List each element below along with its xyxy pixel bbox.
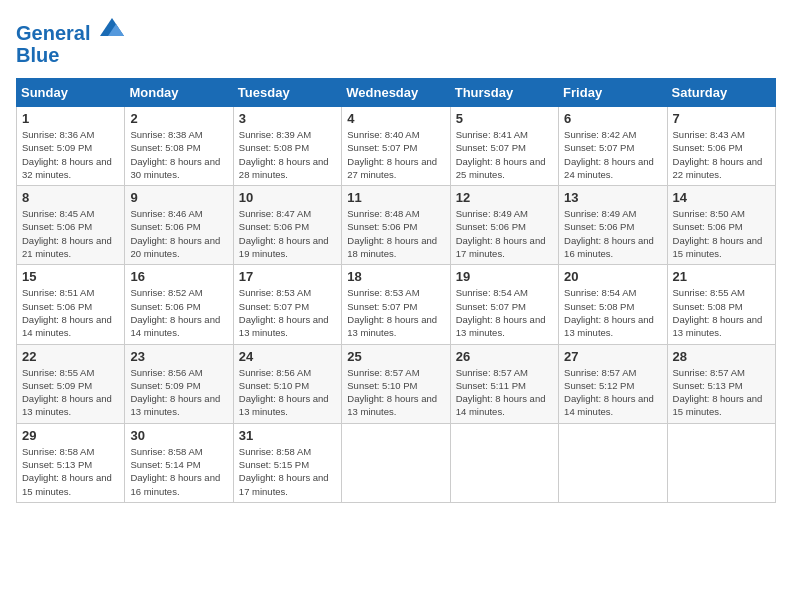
calendar-cell: 3 Sunrise: 8:39 AMSunset: 5:08 PMDayligh… (233, 107, 341, 186)
day-number: 18 (347, 269, 444, 284)
day-number: 16 (130, 269, 227, 284)
day-number: 11 (347, 190, 444, 205)
day-info: Sunrise: 8:58 AMSunset: 5:14 PMDaylight:… (130, 445, 227, 498)
logo: General Blue (16, 16, 126, 66)
day-number: 12 (456, 190, 553, 205)
day-number: 10 (239, 190, 336, 205)
calendar-week-row: 29 Sunrise: 8:58 AMSunset: 5:13 PMDaylig… (17, 423, 776, 502)
day-info: Sunrise: 8:57 AMSunset: 5:11 PMDaylight:… (456, 366, 553, 419)
calendar-cell: 10 Sunrise: 8:47 AMSunset: 5:06 PMDaylig… (233, 186, 341, 265)
calendar-cell: 13 Sunrise: 8:49 AMSunset: 5:06 PMDaylig… (559, 186, 667, 265)
day-info: Sunrise: 8:47 AMSunset: 5:06 PMDaylight:… (239, 207, 336, 260)
day-info: Sunrise: 8:54 AMSunset: 5:07 PMDaylight:… (456, 286, 553, 339)
day-number: 15 (22, 269, 119, 284)
day-info: Sunrise: 8:42 AMSunset: 5:07 PMDaylight:… (564, 128, 661, 181)
day-info: Sunrise: 8:50 AMSunset: 5:06 PMDaylight:… (673, 207, 770, 260)
calendar-cell: 15 Sunrise: 8:51 AMSunset: 5:06 PMDaylig… (17, 265, 125, 344)
day-info: Sunrise: 8:55 AMSunset: 5:09 PMDaylight:… (22, 366, 119, 419)
weekday-header-monday: Monday (125, 79, 233, 107)
calendar-cell: 17 Sunrise: 8:53 AMSunset: 5:07 PMDaylig… (233, 265, 341, 344)
weekday-header-friday: Friday (559, 79, 667, 107)
day-info: Sunrise: 8:51 AMSunset: 5:06 PMDaylight:… (22, 286, 119, 339)
calendar-cell (450, 423, 558, 502)
day-number: 19 (456, 269, 553, 284)
day-number: 7 (673, 111, 770, 126)
day-number: 23 (130, 349, 227, 364)
day-number: 28 (673, 349, 770, 364)
day-info: Sunrise: 8:46 AMSunset: 5:06 PMDaylight:… (130, 207, 227, 260)
day-info: Sunrise: 8:45 AMSunset: 5:06 PMDaylight:… (22, 207, 119, 260)
logo-blue: Blue (16, 44, 126, 66)
weekday-header-thursday: Thursday (450, 79, 558, 107)
calendar-cell: 28 Sunrise: 8:57 AMSunset: 5:13 PMDaylig… (667, 344, 775, 423)
calendar-cell (559, 423, 667, 502)
day-number: 2 (130, 111, 227, 126)
day-number: 29 (22, 428, 119, 443)
day-number: 5 (456, 111, 553, 126)
calendar-cell: 12 Sunrise: 8:49 AMSunset: 5:06 PMDaylig… (450, 186, 558, 265)
calendar-cell: 18 Sunrise: 8:53 AMSunset: 5:07 PMDaylig… (342, 265, 450, 344)
calendar-cell (667, 423, 775, 502)
day-number: 14 (673, 190, 770, 205)
logo-text: General (16, 16, 126, 44)
day-info: Sunrise: 8:55 AMSunset: 5:08 PMDaylight:… (673, 286, 770, 339)
day-info: Sunrise: 8:57 AMSunset: 5:12 PMDaylight:… (564, 366, 661, 419)
day-number: 4 (347, 111, 444, 126)
calendar-cell (342, 423, 450, 502)
weekday-header-sunday: Sunday (17, 79, 125, 107)
day-info: Sunrise: 8:57 AMSunset: 5:13 PMDaylight:… (673, 366, 770, 419)
calendar-cell: 16 Sunrise: 8:52 AMSunset: 5:06 PMDaylig… (125, 265, 233, 344)
calendar-cell: 23 Sunrise: 8:56 AMSunset: 5:09 PMDaylig… (125, 344, 233, 423)
day-number: 8 (22, 190, 119, 205)
day-number: 3 (239, 111, 336, 126)
calendar-cell: 11 Sunrise: 8:48 AMSunset: 5:06 PMDaylig… (342, 186, 450, 265)
calendar-cell: 2 Sunrise: 8:38 AMSunset: 5:08 PMDayligh… (125, 107, 233, 186)
calendar-cell: 26 Sunrise: 8:57 AMSunset: 5:11 PMDaylig… (450, 344, 558, 423)
day-number: 9 (130, 190, 227, 205)
page-container: General Blue SundayMondayTuesdayWednesda… (0, 0, 792, 511)
day-info: Sunrise: 8:40 AMSunset: 5:07 PMDaylight:… (347, 128, 444, 181)
day-info: Sunrise: 8:48 AMSunset: 5:06 PMDaylight:… (347, 207, 444, 260)
calendar-week-row: 15 Sunrise: 8:51 AMSunset: 5:06 PMDaylig… (17, 265, 776, 344)
day-info: Sunrise: 8:52 AMSunset: 5:06 PMDaylight:… (130, 286, 227, 339)
calendar-week-row: 8 Sunrise: 8:45 AMSunset: 5:06 PMDayligh… (17, 186, 776, 265)
day-number: 21 (673, 269, 770, 284)
calendar-cell: 30 Sunrise: 8:58 AMSunset: 5:14 PMDaylig… (125, 423, 233, 502)
day-number: 30 (130, 428, 227, 443)
calendar-cell: 1 Sunrise: 8:36 AMSunset: 5:09 PMDayligh… (17, 107, 125, 186)
day-number: 17 (239, 269, 336, 284)
day-info: Sunrise: 8:56 AMSunset: 5:10 PMDaylight:… (239, 366, 336, 419)
calendar-cell: 24 Sunrise: 8:56 AMSunset: 5:10 PMDaylig… (233, 344, 341, 423)
calendar-week-row: 1 Sunrise: 8:36 AMSunset: 5:09 PMDayligh… (17, 107, 776, 186)
weekday-header-saturday: Saturday (667, 79, 775, 107)
day-info: Sunrise: 8:53 AMSunset: 5:07 PMDaylight:… (239, 286, 336, 339)
calendar-cell: 14 Sunrise: 8:50 AMSunset: 5:06 PMDaylig… (667, 186, 775, 265)
day-info: Sunrise: 8:43 AMSunset: 5:06 PMDaylight:… (673, 128, 770, 181)
day-info: Sunrise: 8:41 AMSunset: 5:07 PMDaylight:… (456, 128, 553, 181)
weekday-header-wednesday: Wednesday (342, 79, 450, 107)
day-info: Sunrise: 8:49 AMSunset: 5:06 PMDaylight:… (456, 207, 553, 260)
calendar-week-row: 22 Sunrise: 8:55 AMSunset: 5:09 PMDaylig… (17, 344, 776, 423)
calendar-cell: 25 Sunrise: 8:57 AMSunset: 5:10 PMDaylig… (342, 344, 450, 423)
calendar-cell: 29 Sunrise: 8:58 AMSunset: 5:13 PMDaylig… (17, 423, 125, 502)
day-info: Sunrise: 8:38 AMSunset: 5:08 PMDaylight:… (130, 128, 227, 181)
calendar-cell: 22 Sunrise: 8:55 AMSunset: 5:09 PMDaylig… (17, 344, 125, 423)
day-info: Sunrise: 8:58 AMSunset: 5:15 PMDaylight:… (239, 445, 336, 498)
calendar-cell: 8 Sunrise: 8:45 AMSunset: 5:06 PMDayligh… (17, 186, 125, 265)
calendar-cell: 7 Sunrise: 8:43 AMSunset: 5:06 PMDayligh… (667, 107, 775, 186)
day-number: 22 (22, 349, 119, 364)
header: General Blue (16, 16, 776, 66)
calendar-cell: 6 Sunrise: 8:42 AMSunset: 5:07 PMDayligh… (559, 107, 667, 186)
day-info: Sunrise: 8:56 AMSunset: 5:09 PMDaylight:… (130, 366, 227, 419)
day-number: 20 (564, 269, 661, 284)
calendar-cell: 4 Sunrise: 8:40 AMSunset: 5:07 PMDayligh… (342, 107, 450, 186)
day-number: 31 (239, 428, 336, 443)
day-number: 13 (564, 190, 661, 205)
day-info: Sunrise: 8:49 AMSunset: 5:06 PMDaylight:… (564, 207, 661, 260)
calendar-cell: 27 Sunrise: 8:57 AMSunset: 5:12 PMDaylig… (559, 344, 667, 423)
day-number: 24 (239, 349, 336, 364)
logo-general: General (16, 22, 90, 44)
calendar-cell: 31 Sunrise: 8:58 AMSunset: 5:15 PMDaylig… (233, 423, 341, 502)
day-info: Sunrise: 8:54 AMSunset: 5:08 PMDaylight:… (564, 286, 661, 339)
calendar-table: SundayMondayTuesdayWednesdayThursdayFrid… (16, 78, 776, 503)
